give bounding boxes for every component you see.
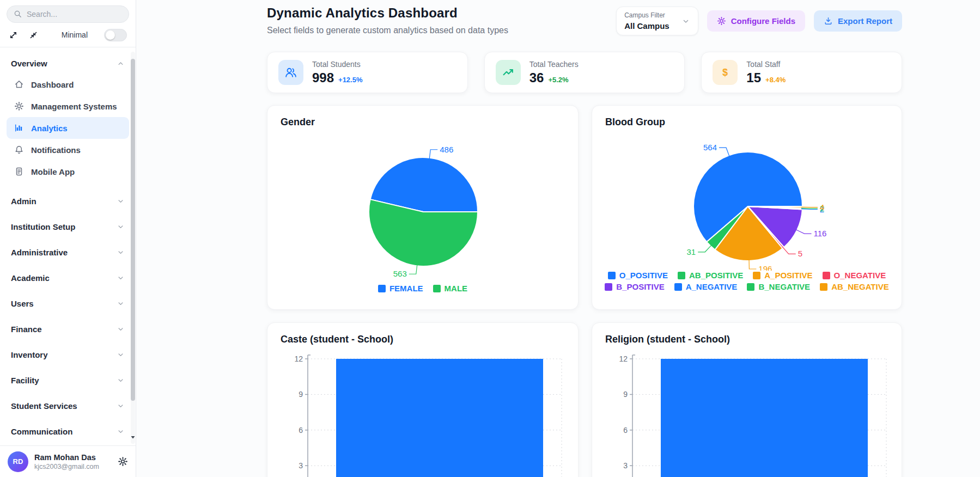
legend-marker [378, 285, 386, 292]
section-label: Student Services [11, 401, 77, 411]
expand-icon[interactable] [9, 30, 18, 40]
legend-marker [608, 272, 616, 279]
pie-chart-svg: 486563 [281, 130, 566, 284]
bar[interactable] [336, 359, 543, 477]
configure-fields-label: Configure Fields [731, 16, 795, 26]
gear-icon [14, 101, 24, 111]
campus-filter-label: Campus Filter [624, 11, 669, 19]
sidebar-section-academic[interactable]: Academic [7, 271, 129, 285]
sidebar-section-institution-setup[interactable]: Institution Setup [7, 219, 129, 234]
sidebar-section-finance[interactable]: Finance [7, 322, 129, 336]
campus-filter-select[interactable]: Campus Filter All Campus [616, 7, 698, 35]
sidebar-item-label: Mobile App [31, 167, 75, 176]
legend-item[interactable]: FEMALE [378, 284, 423, 293]
chevron-down-icon [117, 274, 125, 282]
sidebar-section-student-services[interactable]: Student Services [7, 399, 129, 413]
blood-group-pie-chart: 564311965116224 [605, 130, 888, 271]
chevron-down-icon [117, 197, 125, 205]
sidebar-nav: Overview Dashboard Management Systems An… [0, 47, 136, 445]
y-axis-tick-label: 3 [299, 461, 303, 470]
chevron-down-icon [117, 299, 125, 308]
stat-card-total-staff: Total Staff 15 +8.4% [701, 52, 902, 93]
legend-item[interactable]: A_POSITIVE [753, 271, 812, 280]
religion-bar-chart: 12963 [605, 347, 888, 477]
sidebar: Minimal Overview Dashboard Management Sy… [0, 0, 136, 477]
chevron-down-icon [117, 223, 125, 231]
gender-chart-legend: FEMALEMALE [281, 284, 565, 293]
collapse-icon[interactable] [29, 30, 38, 40]
sidebar-section-facility[interactable]: Facility [7, 373, 129, 387]
sidebar-section-users[interactable]: Users [7, 296, 129, 310]
legend-label: B_POSITIVE [616, 282, 664, 291]
search-input[interactable] [27, 10, 122, 19]
search-box[interactable] [7, 5, 129, 23]
sidebar-scrollbar-thumb[interactable] [131, 59, 135, 401]
section-label: Communication [11, 427, 72, 436]
sidebar-section-administrative[interactable]: Administrative [7, 245, 129, 259]
pie-slice-value-label: 31 [687, 247, 696, 256]
export-report-button[interactable]: Export Report [814, 10, 902, 32]
legend-label: A_NEGATIVE [686, 282, 738, 291]
stat-delta: +5.2% [548, 76, 568, 84]
chevron-down-icon [117, 402, 125, 410]
minimal-toggle[interactable] [104, 29, 127, 41]
sidebar-item-mobile-app[interactable]: Mobile App [7, 161, 129, 182]
y-axis-tick-label: 6 [623, 426, 628, 435]
page-subtitle: Select fields to generate custom analyti… [267, 26, 508, 35]
gear-icon [717, 16, 726, 26]
legend-label: FEMALE [389, 284, 423, 293]
minimal-label: Minimal [62, 30, 88, 39]
configure-fields-button[interactable]: Configure Fields [707, 10, 805, 32]
campus-filter-value: All Campus [624, 21, 669, 30]
legend-item[interactable]: MALE [433, 284, 468, 293]
legend-item[interactable]: O_POSITIVE [608, 271, 668, 280]
section-label: Administrative [11, 248, 68, 257]
sidebar-item-dashboard[interactable]: Dashboard [7, 74, 129, 95]
legend-label: A_POSITIVE [764, 271, 812, 280]
sidebar-section-communication[interactable]: Communication [7, 424, 129, 438]
bell-icon [14, 145, 24, 155]
chart-title: Blood Group [605, 117, 888, 128]
legend-item[interactable]: B_NEGATIVE [747, 282, 810, 291]
legend-marker [674, 283, 682, 291]
legend-item[interactable]: AB_POSITIVE [678, 271, 743, 280]
pie-slice-value-label: 486 [440, 145, 453, 154]
legend-marker [678, 272, 685, 279]
legend-item[interactable]: AB_NEGATIVE [820, 282, 889, 291]
pie-slice-value-label: 196 [758, 264, 772, 271]
blood-group-chart-legend: O_POSITIVEAB_POSITIVEA_POSITIVEO_NEGATIV… [605, 271, 888, 291]
search-icon [14, 10, 22, 19]
chevron-down-icon [117, 325, 125, 333]
section-label: Users [11, 299, 34, 308]
sidebar-item-label: Notifications [31, 145, 81, 155]
chevron-down-icon [117, 376, 125, 384]
sidebar-item-analytics[interactable]: Analytics [7, 117, 129, 139]
pie-slice-value-label: 116 [814, 229, 827, 238]
legend-marker [605, 283, 612, 291]
document-icon [14, 167, 24, 176]
legend-item[interactable]: A_NEGATIVE [674, 282, 738, 291]
bar-chart-svg: 12963 [281, 347, 566, 477]
bar-chart-svg: 12963 [605, 347, 891, 477]
profile-settings-gear-icon[interactable] [118, 456, 128, 467]
bar[interactable] [661, 359, 868, 477]
pie-slice-value-label: 5 [798, 249, 802, 258]
pie-slice-value-label: 563 [393, 269, 407, 278]
legend-label: MALE [445, 284, 468, 293]
sidebar-section-overview[interactable]: Overview [7, 56, 129, 70]
stat-delta: +8.4% [765, 76, 786, 84]
sidebar-item-notifications[interactable]: Notifications [7, 139, 129, 161]
stat-value: 15 [746, 70, 761, 85]
stat-label: Total Staff [746, 60, 786, 69]
sidebar-section-inventory[interactable]: Inventory [7, 347, 129, 362]
sidebar-item-management-systems[interactable]: Management Systems [7, 95, 129, 117]
sidebar-section-admin[interactable]: Admin [7, 194, 129, 208]
sidebar-item-label: Management Systems [31, 102, 117, 111]
scroll-down-arrow-icon[interactable] [130, 435, 136, 441]
bar-chart-icon [14, 123, 24, 133]
chart-title: Gender [281, 117, 565, 128]
legend-item[interactable]: B_POSITIVE [605, 282, 664, 291]
legend-item[interactable]: O_NEGATIVE [823, 271, 886, 280]
legend-label: B_NEGATIVE [758, 282, 810, 291]
section-label: Overview [11, 59, 47, 68]
